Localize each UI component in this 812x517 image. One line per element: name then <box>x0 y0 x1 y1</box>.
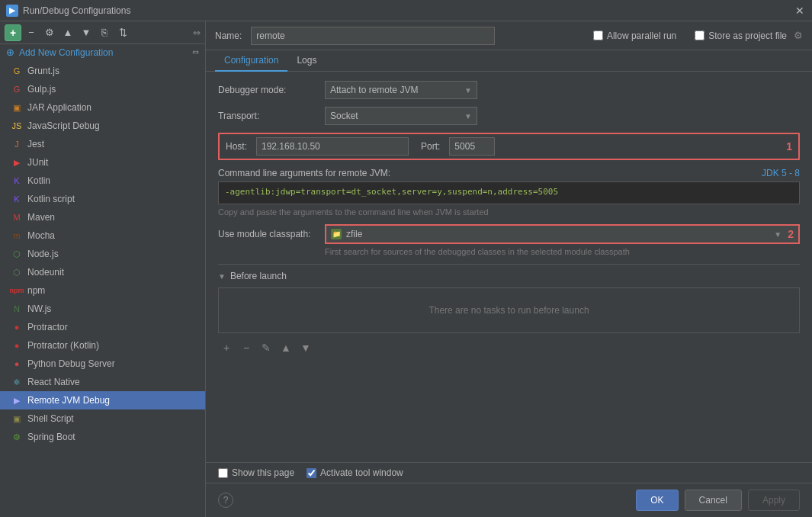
store-project-group: Store as project file ⚙ <box>695 30 803 41</box>
cmd-section: Command line arguments for remote JVM: J… <box>218 168 800 217</box>
run-debug-window: ▶ Run/Debug Configurations ✕ + − ⚙ ▲ ▼ ⎘… <box>0 0 812 517</box>
settings-button[interactable]: ⚙ <box>41 24 58 41</box>
transport-label: Transport: <box>218 111 325 121</box>
transport-dropdown[interactable]: Socket ▼ <box>325 107 477 125</box>
module-row: Use module classpath: 📁 zfile ▼ 2 <box>218 224 800 244</box>
show-page-group: Show this page <box>218 467 294 478</box>
add-configuration-button[interactable]: + <box>5 24 21 41</box>
before-launch-add-button[interactable]: + <box>218 339 235 356</box>
allow-parallel-checkbox[interactable] <box>593 31 603 40</box>
debugger-mode-dropdown[interactable]: Attach to remote JVM ▼ <box>325 81 477 99</box>
sidebar-item-label: NW.js <box>27 303 51 314</box>
name-label: Name: <box>215 31 242 41</box>
apply-button[interactable]: Apply <box>748 490 800 511</box>
sidebar-item-react-native[interactable]: ⚛ React Native <box>0 373 205 391</box>
before-launch-remove-button[interactable]: − <box>238 339 255 356</box>
sidebar-item-label: Kotlin script <box>27 194 75 204</box>
module-select[interactable]: 📁 zfile ▼ 2 <box>325 224 800 244</box>
sidebar-item-jest[interactable]: J Jest <box>0 135 205 153</box>
sidebar-item-label: Protractor (Kotlin) <box>27 340 99 351</box>
collapse-arrow[interactable]: ▼ <box>218 272 226 281</box>
right-panel: Name: Allow parallel run Store as projec… <box>206 21 812 517</box>
module-folder-icon: 📁 <box>331 229 342 239</box>
before-launch-down-button[interactable]: ▼ <box>297 339 314 356</box>
sidebar-item-nodejs[interactable]: ⬡ Node.js <box>0 245 205 263</box>
cancel-button[interactable]: Cancel <box>685 490 742 511</box>
activate-window-label: Activate tool window <box>320 467 403 478</box>
ok-button[interactable]: OK <box>636 490 678 511</box>
react-native-icon: ⚛ <box>11 376 23 388</box>
before-launch-edit-button[interactable]: ✎ <box>258 339 274 356</box>
sidebar-item-gruntjs[interactable]: G Grunt.js <box>0 62 205 80</box>
module-desc: First search for sources of the debugged… <box>218 247 800 256</box>
sidebar-item-python-debug[interactable]: ● Python Debug Server <box>0 355 205 373</box>
store-project-checkbox[interactable] <box>695 31 704 40</box>
sidebar-item-protractor[interactable]: ● Protractor <box>0 318 205 336</box>
cmd-desc: Copy and paste the arguments to the comm… <box>218 207 800 217</box>
remove-configuration-button[interactable]: − <box>23 24 40 41</box>
sidebar-toolbar: + − ⚙ ▲ ▼ ⎘ ⇅ ⇔ <box>0 21 205 44</box>
debugger-mode-label: Debugger mode: <box>218 85 325 95</box>
tab-configuration[interactable]: Configuration <box>215 50 287 72</box>
sidebar-item-maven[interactable]: M Maven <box>0 208 205 226</box>
nwjs-icon: N <box>11 303 23 315</box>
sidebar-item-nwjs[interactable]: N NW.js <box>0 300 205 318</box>
sidebar-item-nodeunit[interactable]: ⬡ Nodeunit <box>0 263 205 281</box>
transport-arrow: ▼ <box>458 112 472 120</box>
sidebar-item-label: JAR Application <box>27 102 91 113</box>
before-launch-label: Before launch <box>230 271 287 281</box>
jdk-link[interactable]: JDK 5 - 8 <box>762 168 800 178</box>
sidebar-item-label: npm <box>27 285 45 296</box>
sidebar-item-label: Nodeunit <box>27 267 64 278</box>
up-button[interactable]: ▲ <box>59 24 76 41</box>
sidebar-item-label: Shell Script <box>27 413 74 424</box>
sidebar-item-label: Node.js <box>27 249 59 259</box>
down-button[interactable]: ▼ <box>78 24 95 41</box>
host-port-row: Host: Port: 1 <box>218 133 800 160</box>
sidebar-item-gulpjs[interactable]: G Gulp.js <box>0 80 205 98</box>
debugger-mode-value: Attach to remote JVM <box>330 85 418 95</box>
sidebar-item-label: Gulp.js <box>27 84 56 95</box>
add-new-config-row[interactable]: ⊕ Add New Configuration ⇔ <box>0 44 205 60</box>
store-gear-icon[interactable]: ⚙ <box>794 30 803 41</box>
name-input[interactable] <box>251 27 495 45</box>
before-launch-up-button[interactable]: ▲ <box>278 339 294 356</box>
window-icon: ▶ <box>6 5 18 17</box>
sidebar-item-protractor-kotlin[interactable]: ● Protractor (Kotlin) <box>0 336 205 355</box>
before-launch-header: ▼ Before launch <box>218 271 800 281</box>
help-button[interactable]: ? <box>218 493 233 508</box>
tab-logs[interactable]: Logs <box>287 50 326 72</box>
sidebar-item-remote-jvm[interactable]: ▶ Remote JVM Debug <box>0 391 205 409</box>
sidebar-item-npm[interactable]: npm npm <box>0 281 205 300</box>
expand-button[interactable]: ⇔ <box>193 27 201 38</box>
npm-icon: npm <box>11 284 23 297</box>
sidebar-item-shell-script[interactable]: ▣ Shell Script <box>0 409 205 428</box>
right-header: Name: Allow parallel run Store as projec… <box>206 21 812 50</box>
sidebar-item-spring-boot[interactable]: ⚙ Spring Boot <box>0 428 205 446</box>
sidebar-item-label: Jest <box>27 139 44 149</box>
sidebar-item-jar[interactable]: ▣ JAR Application <box>0 98 205 117</box>
sidebar-item-jsdebug[interactable]: JS JavaScript Debug <box>0 117 205 135</box>
allow-parallel-group: Allow parallel run <box>593 31 676 41</box>
sort-button[interactable]: ⇅ <box>114 24 131 41</box>
sidebar-item-junit[interactable]: ▶ JUnit <box>0 153 205 172</box>
sidebar-item-label: Kotlin <box>27 175 50 186</box>
sidebar-item-kotlin[interactable]: K Kotlin <box>0 172 205 190</box>
sidebar-item-kotlin-script[interactable]: K Kotlin script <box>0 190 205 208</box>
show-page-checkbox[interactable] <box>218 468 228 478</box>
mocha-icon: m <box>11 230 23 242</box>
annotation-2: 2 <box>788 228 794 240</box>
before-launch-toolbar: + − ✎ ▲ ▼ <box>218 339 800 356</box>
close-button[interactable]: ✕ <box>794 5 806 17</box>
debugger-mode-row: Debugger mode: Attach to remote JVM ▼ <box>218 81 800 99</box>
shell-script-icon: ▣ <box>11 413 23 425</box>
kotlin-script-icon: K <box>11 193 23 205</box>
port-input[interactable] <box>449 137 495 156</box>
activate-window-checkbox[interactable] <box>307 468 316 478</box>
allow-parallel-label: Allow parallel run <box>607 31 676 41</box>
sidebar-item-mocha[interactable]: m Mocha <box>0 226 205 245</box>
remote-jvm-icon: ▶ <box>11 394 23 406</box>
host-input[interactable] <box>256 137 409 156</box>
copy-button[interactable]: ⎘ <box>96 24 113 41</box>
transport-value: Socket <box>330 111 358 121</box>
